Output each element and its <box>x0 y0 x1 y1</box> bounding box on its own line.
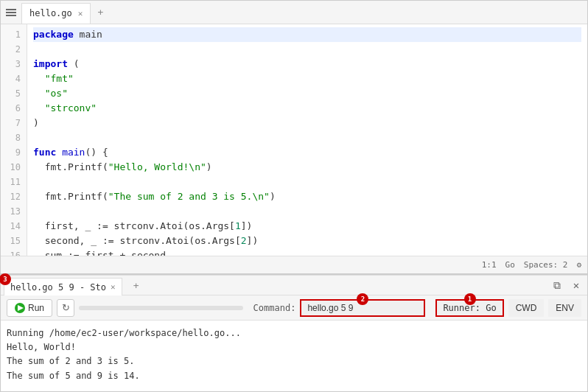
svg-rect-1 <box>6 12 16 13</box>
close-tab-button[interactable]: ✕ <box>78 9 83 18</box>
bottom-tab[interactable]: hello.go 5 9 - Sto ✕ <box>4 278 122 295</box>
code-line <box>33 42 581 57</box>
cursor-position: 1:1 <box>482 260 497 270</box>
runner-toolbar: Run ↻ Command: 2 1 Runner: Go CWD ENV <box>1 295 587 321</box>
add-bottom-tab-button[interactable]: + <box>128 277 144 293</box>
status-bar: 1:1 Go Spaces: 2 ⚙ <box>1 256 587 273</box>
output-line: Running /home/ec2-user/workspace/hello.g… <box>7 326 581 340</box>
add-tab-button[interactable]: + <box>92 4 108 21</box>
code-line: "fmt" <box>33 71 581 86</box>
code-line: fmt.Printf("Hello, World!\n") <box>33 160 581 175</box>
output-line: Hello, World! <box>7 340 581 354</box>
reload-button[interactable]: ↻ <box>57 299 74 317</box>
settings-icon[interactable]: ⚙ <box>576 260 581 270</box>
top-tab-bar: hello.go ✕ + <box>1 1 587 24</box>
code-line <box>33 130 581 145</box>
svg-rect-2 <box>6 15 16 16</box>
code-line: func main() { <box>33 145 581 160</box>
bottom-tab-label: hello.go 5 9 - Sto <box>10 282 106 293</box>
env-button[interactable]: ENV <box>548 299 581 317</box>
run-button[interactable]: Run <box>7 299 52 317</box>
tab-label: hello.go <box>29 8 72 18</box>
bottom-tab-controls: ⧉ ✕ <box>549 277 584 293</box>
code-line <box>33 204 581 219</box>
command-label: Command: <box>253 303 296 313</box>
code-line: second, _ := strconv.Atoi(os.Args[2]) <box>33 234 581 248</box>
copy-icon[interactable]: ⧉ <box>549 277 565 293</box>
code-line: sum := first + second <box>33 248 581 256</box>
badge-1: 1 <box>464 293 476 305</box>
output-line: The sum of 5 and 9 is 14. <box>7 369 581 383</box>
progress-bar <box>79 306 243 310</box>
code-lines[interactable]: package main import ( "fmt" "os" "strcon… <box>27 24 587 256</box>
run-icon <box>15 303 25 313</box>
code-line: first, _ := strconv.Atoi(os.Args[1]) <box>33 219 581 234</box>
code-editor[interactable]: 12345 678910 1112131415 1617181920 packa… <box>1 24 587 256</box>
line-numbers: 12345 678910 1112131415 1617181920 <box>1 24 27 256</box>
code-line: import ( <box>33 57 581 71</box>
code-line: ) <box>33 116 581 130</box>
run-label: Run <box>28 303 44 313</box>
close-panel-icon[interactable]: ✕ <box>568 277 584 293</box>
code-line: "os" <box>33 86 581 101</box>
spaces-indicator: Spaces: 2 <box>524 260 568 270</box>
svg-rect-0 <box>6 9 16 10</box>
code-line: "strconv" <box>33 101 581 116</box>
code-line <box>33 175 581 189</box>
bottom-panel: 3 hello.go 5 9 - Sto ✕ + ⧉ ✕ Run ↻ Comma… <box>1 273 587 391</box>
editor-tab[interactable]: hello.go ✕ <box>21 3 91 24</box>
output-line: The sum of 2 and 3 is 5. <box>7 354 581 368</box>
close-bottom-tab-button[interactable]: ✕ <box>111 282 116 292</box>
cwd-button[interactable]: CWD <box>508 299 545 317</box>
language-indicator: Go <box>505 260 515 270</box>
code-line: package main <box>33 27 581 42</box>
badge-2: 2 <box>357 293 368 305</box>
code-line: fmt.Printf("The sum of 2 and 3 is 5.\n") <box>33 189 581 204</box>
output-area: Running /home/ec2-user/workspace/hello.g… <box>1 321 587 391</box>
bottom-tab-bar: 3 hello.go 5 9 - Sto ✕ + ⧉ ✕ <box>1 275 587 295</box>
menu-icon[interactable] <box>4 5 18 20</box>
